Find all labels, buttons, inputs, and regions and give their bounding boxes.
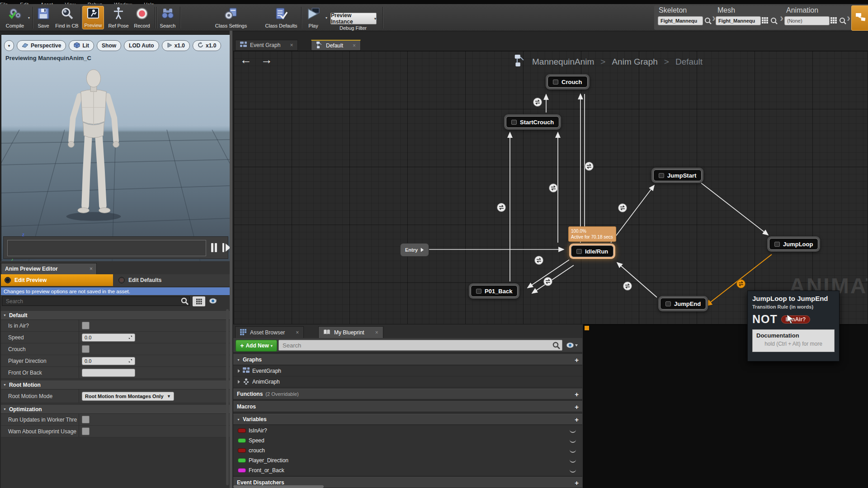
timeline-scrubber[interactable]: [7, 240, 206, 256]
list-item-animgraph[interactable]: AnimGraph: [233, 377, 582, 387]
lod-auto-button[interactable]: LOD Auto: [124, 40, 159, 51]
close-icon[interactable]: ×: [375, 329, 378, 336]
section-header-functions[interactable]: Functions(2 Overridable)+: [233, 389, 582, 399]
crouch-checkbox[interactable]: [82, 345, 90, 353]
transition-rule-icon[interactable]: [533, 98, 542, 107]
tab-asset-browser[interactable]: Asset Browser ×: [235, 326, 304, 339]
warn-blueprint-checkbox[interactable]: [82, 427, 90, 435]
close-icon[interactable]: ×: [353, 42, 356, 49]
find-in-cb-button[interactable]: Find in CB: [54, 6, 80, 29]
add-function-button[interactable]: +: [575, 390, 579, 398]
lit-button[interactable]: Lit: [69, 40, 94, 51]
class-defaults-button[interactable]: Class Defaults: [263, 6, 299, 29]
is-in-air-checkbox[interactable]: [82, 322, 90, 329]
transition-rule-icon[interactable]: [618, 203, 627, 212]
state-node-crouch[interactable]: Crouch: [546, 74, 590, 89]
tab-anim-preview-editor[interactable]: Anim Preview Editor ×: [1, 263, 97, 274]
preview-instance-dropdown[interactable]: Preview Instance▾: [330, 13, 377, 24]
transition-rule-icon[interactable]: [623, 282, 632, 291]
preview-button[interactable]: Preview: [82, 6, 104, 29]
variable-row[interactable]: Player_Direction: [233, 455, 582, 465]
skeleton-browse-icon[interactable]: [704, 17, 712, 27]
state-node-jumpend[interactable]: JumpEnd: [658, 296, 708, 311]
view-options-eye-icon[interactable]: [566, 342, 579, 351]
compile-dropdown-caret[interactable]: ▾: [28, 16, 30, 20]
anim-blueprint-button[interactable]: [851, 5, 868, 31]
add-new-button[interactable]: + Add New ▾: [236, 340, 277, 352]
eye-closed-icon[interactable]: [570, 468, 576, 473]
transition-rule-icon-active[interactable]: [736, 279, 745, 288]
eye-closed-icon[interactable]: [570, 458, 576, 463]
play-button[interactable]: Play: [303, 6, 324, 29]
close-icon[interactable]: ×: [290, 42, 293, 48]
tab-event-graph[interactable]: Event Graph ×: [235, 40, 298, 51]
root-motion-mode-dropdown[interactable]: Root Motion from Montages Only▼: [82, 392, 174, 401]
state-node-p01-back[interactable]: P01_Back: [469, 283, 519, 299]
eye-closed-icon[interactable]: [570, 438, 576, 443]
vertical-splitter[interactable]: [230, 31, 232, 488]
list-item-eventgraph[interactable]: EventGraph: [233, 366, 582, 376]
class-settings-button[interactable]: Class Settings: [213, 6, 249, 29]
player-direction-number-field[interactable]: 0.0: [82, 357, 135, 365]
transition-rule-icon[interactable]: [497, 203, 506, 212]
edit-defaults-toggle[interactable]: Edit Defaults: [113, 274, 230, 286]
view-options-eye-icon[interactable]: [209, 298, 219, 306]
section-header-variables[interactable]: ▼Variables+: [233, 414, 582, 425]
state-node-jumpstart[interactable]: JumpStart: [651, 168, 703, 183]
horizontal-scrollbar[interactable]: [233, 485, 324, 488]
transition-rule-icon[interactable]: [534, 256, 543, 265]
add-macro-button[interactable]: +: [575, 403, 579, 411]
mesh-browse-icon[interactable]: [770, 17, 778, 27]
animation-asset-field[interactable]: (None): [784, 16, 830, 25]
property-matrix-button[interactable]: [193, 296, 205, 306]
add-variable-button[interactable]: +: [575, 416, 579, 423]
transition-rule-icon[interactable]: [549, 183, 558, 192]
playback-speed-button[interactable]: x1.0: [162, 40, 190, 51]
section-header-graphs[interactable]: ▼Graphs+: [233, 354, 582, 365]
add-event-dispatcher-button[interactable]: +: [575, 479, 579, 487]
save-button[interactable]: Save: [33, 6, 53, 29]
tab-my-blueprint[interactable]: My Blueprint ×: [318, 326, 383, 339]
search-button[interactable]: Search: [157, 6, 178, 29]
animation-browse-icon[interactable]: [839, 17, 847, 27]
run-updates-checkbox[interactable]: [82, 416, 90, 423]
close-icon[interactable]: ×: [296, 329, 299, 336]
section-header-optimization[interactable]: ▼Optimization: [1, 405, 230, 414]
scrollbar[interactable]: [226, 309, 229, 485]
tab-default[interactable]: Default ×: [311, 40, 361, 51]
state-node-jumploop[interactable]: JumpLoop: [767, 236, 820, 252]
eye-closed-icon[interactable]: [570, 428, 576, 433]
speed-number-field[interactable]: 0.0: [82, 333, 135, 342]
animation-grid-icon[interactable]: [830, 17, 837, 26]
step-forward-button[interactable]: [222, 241, 231, 254]
show-button[interactable]: Show: [97, 40, 121, 51]
add-graph-button[interactable]: +: [575, 356, 579, 364]
play-dropdown-caret[interactable]: ▾: [326, 16, 327, 20]
blueprint-search-input[interactable]: [278, 340, 562, 351]
preview-viewport[interactable]: ▾ Perspective Lit Show LOD Auto x1.0 x1.…: [1, 34, 231, 262]
state-node-startcrouch[interactable]: StartCrouch: [504, 114, 561, 130]
edit-preview-toggle[interactable]: Edit Preview: [1, 274, 113, 286]
variable-row[interactable]: Front_or_Back: [233, 465, 582, 475]
mesh-grid-icon[interactable]: [762, 17, 769, 26]
variable-row[interactable]: IsInAir?: [233, 426, 582, 436]
front-or-back-field[interactable]: [82, 369, 135, 377]
expander-icon[interactable]: [238, 369, 240, 373]
state-node-idle-run[interactable]: Idle/Run: [569, 244, 615, 259]
section-header-root-motion[interactable]: ▼Root Motion: [1, 380, 230, 389]
close-icon[interactable]: ×: [90, 266, 93, 272]
skeleton-asset-field[interactable]: Fight_Mannequ: [658, 16, 703, 25]
compile-button[interactable]: Compile: [2, 6, 28, 29]
state-machine-canvas[interactable]: ← → MannequinAnim > Anim Graph > Default…: [233, 51, 868, 324]
transition-rule-icon[interactable]: [543, 277, 552, 286]
transition-rule-icon[interactable]: [585, 162, 594, 171]
eye-closed-icon[interactable]: [570, 448, 576, 453]
section-header-default[interactable]: ▼Default: [1, 311, 230, 320]
mesh-asset-field[interactable]: Fight_Mannequ: [716, 16, 761, 25]
entry-node[interactable]: Entry: [400, 243, 429, 257]
expander-icon[interactable]: [238, 380, 240, 384]
ref-pose-button[interactable]: Ref Pose: [107, 6, 130, 29]
search-input[interactable]: [2, 296, 190, 306]
record-button[interactable]: Record: [132, 6, 152, 29]
turntable-speed-button[interactable]: x1.0: [193, 40, 221, 51]
